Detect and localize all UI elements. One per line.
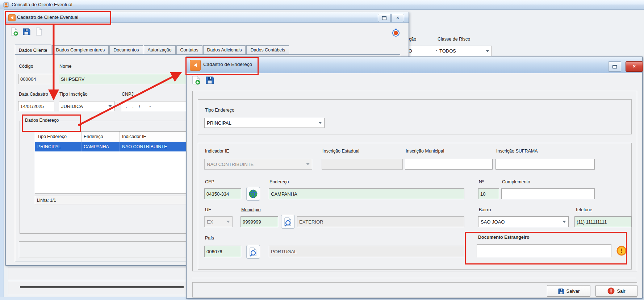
cell-endereco: CAMPANHA <box>81 142 120 151</box>
tab-dados-cliente[interactable]: Dados Cliente <box>15 45 51 55</box>
uf-combo[interactable]: EX <box>204 216 233 227</box>
save-button[interactable] <box>22 27 31 36</box>
classe-de-risco-combo-value: TODOS <box>439 48 486 54</box>
globe-icon <box>248 189 258 199</box>
inscricao-estadual-field[interactable] <box>322 159 403 170</box>
endereco-table-header: Tipo Endereço Endereço Indicador IE <box>35 132 192 142</box>
save-floppy-icon <box>205 75 214 85</box>
column-header[interactable]: Tipo Endereço <box>35 132 81 142</box>
close-button[interactable]: ✕ <box>391 14 404 22</box>
linha-status-text: Linha: 1/1 <box>37 198 56 203</box>
consulta-titlebar: Consulta de Cliente Eventual <box>0 0 644 10</box>
bairro-value: SAO JOAO <box>481 219 563 225</box>
tipo-inscricao-label: Tipo Inscrição <box>59 92 87 97</box>
chevron-down-icon <box>563 221 566 223</box>
timer-button[interactable] <box>392 28 400 37</box>
indicador-ie-label: Indicador IE <box>205 149 229 154</box>
codigo-field[interactable] <box>18 74 54 84</box>
dados-endereco-group-label: Dados Endereço <box>24 118 60 123</box>
splitter-handle[interactable] <box>20 286 184 288</box>
search-icon <box>283 217 293 226</box>
pais-codigo-field[interactable] <box>204 246 241 257</box>
indicador-ie-combo[interactable]: NAO CONTRIBUINTE <box>204 159 312 170</box>
bairro-combo[interactable]: SAO JOAO <box>478 216 569 227</box>
inscricao-suframa-field[interactable] <box>495 159 595 170</box>
tipo-inscricao-combo[interactable]: JURIDICA <box>59 101 114 111</box>
close-button[interactable]: ✕ <box>626 61 643 72</box>
new-document-icon <box>10 27 18 36</box>
complemento-field[interactable] <box>501 188 595 199</box>
endereco-button-panel: Salvar Sair <box>192 282 637 297</box>
tab-dados-contabeis[interactable]: Dados Contábeis <box>246 45 289 55</box>
tab-dados-complementares[interactable]: Dados Complementares <box>52 45 109 55</box>
cep-field[interactable] <box>204 188 241 199</box>
cliente-titlebar: Cadastro de Cliente Eventual ✕ <box>6 12 409 23</box>
save-button[interactable] <box>205 75 215 85</box>
tipo-endereco-value: PRINCIPAL <box>207 120 318 126</box>
data-cadastro-label: Data Cadastro <box>19 92 48 97</box>
telefone-field[interactable] <box>574 216 632 227</box>
restore-button[interactable] <box>378 14 391 22</box>
search-icon <box>248 247 258 257</box>
table-row[interactable]: PRINCIPAL CAMPANHA NAO CONTRIBUINTE <box>35 142 192 151</box>
sair-button[interactable]: Sair <box>595 285 637 297</box>
tab-dados-adicionais[interactable]: Dados Adicionais <box>203 45 246 55</box>
window-icon <box>8 14 16 21</box>
endereco-window: Cadastro de Endereço ✕ Tipo Endereço PRI… <box>186 57 643 299</box>
numero-label: Nº <box>479 179 484 184</box>
endereco-titlebar: Cadastro de Endereço ✕ <box>187 57 642 73</box>
tipo-endereco-combo[interactable]: PRINCIPAL <box>204 118 325 128</box>
tipo-endereco-box <box>198 99 632 134</box>
numero-field[interactable] <box>478 188 499 199</box>
save-floppy-icon <box>558 288 564 294</box>
municipio-search-button[interactable] <box>281 215 295 229</box>
nome-label: Nome <box>59 64 71 69</box>
salvar-button-label: Salvar <box>566 288 580 294</box>
municipio-codigo-field[interactable] <box>241 216 278 227</box>
endereco-label: Endereço <box>269 179 289 184</box>
pais-nome-field[interactable] <box>269 246 464 257</box>
documento-estrangeiro-label: Documento Estrangeiro <box>478 235 530 240</box>
tab-autorizacao[interactable]: Autorização <box>144 45 176 55</box>
new-record-button[interactable] <box>191 75 201 85</box>
cep-search-button[interactable] <box>246 187 260 201</box>
cliente-tabstrip: Dados Cliente Dados Complementares Docum… <box>15 43 290 55</box>
sair-button-label: Sair <box>617 288 625 294</box>
column-header[interactable]: Endereço <box>81 132 120 142</box>
cnpj-label: CNPJ <box>122 92 134 97</box>
chevron-down-icon <box>486 50 489 52</box>
classe-de-risco-label: Classe de Risco <box>438 37 470 42</box>
blank-document-icon <box>34 27 43 36</box>
chevron-down-icon <box>108 105 112 107</box>
restore-button[interactable] <box>608 61 621 72</box>
cnpj-field[interactable] <box>121 101 191 111</box>
inscricao-municipal-label: Inscrição Municipal <box>406 149 444 154</box>
uf-value: EX <box>207 219 226 225</box>
data-cadastro-field[interactable] <box>18 101 54 111</box>
consulta-bottom-panel-1 <box>8 267 188 280</box>
window-icon <box>190 60 201 71</box>
column-header[interactable]: Indicador IE <box>120 132 192 142</box>
tab-documentos[interactable]: Documentos <box>109 45 143 55</box>
restore-icon <box>382 16 386 20</box>
classe-de-risco-combo[interactable]: TODOS <box>437 46 492 56</box>
tab-contatos[interactable]: Contatos <box>176 45 202 55</box>
complemento-label: Complemento <box>502 179 530 184</box>
municipio-nome-field[interactable] <box>297 216 464 227</box>
chevron-down-icon <box>226 221 230 223</box>
documento-estrangeiro-field[interactable] <box>477 244 611 257</box>
endereco-field[interactable] <box>269 188 464 199</box>
codigo-label: Código <box>19 64 33 69</box>
inscricao-municipal-field[interactable] <box>405 159 493 170</box>
salvar-button[interactable]: Salvar <box>547 285 590 297</box>
separator <box>192 278 636 278</box>
cep-label: CEP <box>205 179 214 184</box>
clear-button[interactable] <box>34 27 43 36</box>
new-record-button[interactable] <box>9 27 19 36</box>
pais-search-button[interactable] <box>246 245 260 259</box>
municipio-label[interactable]: Município <box>241 207 261 212</box>
consulta-left-frame <box>0 9 4 300</box>
restore-icon <box>612 65 617 68</box>
endereco-table: Tipo Endereço Endereço Indicador IE PRIN… <box>35 131 193 193</box>
endereco-window-title: Cadastro de Endereço <box>203 62 252 67</box>
